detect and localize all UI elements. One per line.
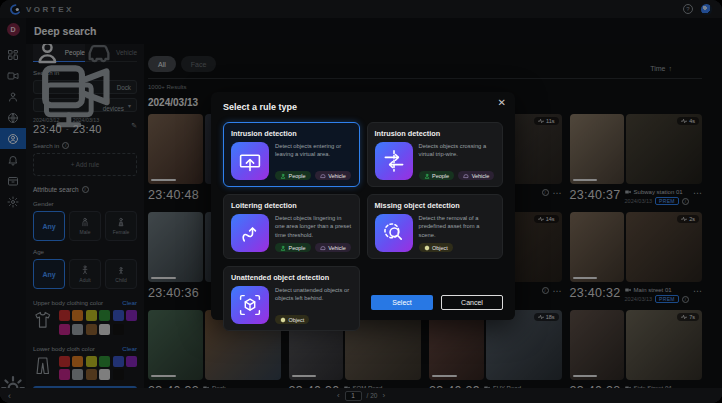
rule-card-body: Detect unattended objects or objects lef… [231, 286, 352, 324]
modal-title: Select a rule type [223, 102, 503, 112]
rule-card-tags: Object [275, 312, 352, 324]
tag-label: Vehicle [328, 245, 346, 251]
rule-card-description: Detect objects entering or leaving a vir… [275, 142, 352, 159]
rule-loiter-icon [231, 214, 269, 252]
tag-people: People [419, 171, 455, 180]
cube-icon [280, 317, 286, 323]
rule-card-description: Detect the removal of a predefined asset… [419, 214, 496, 239]
car-icon [320, 245, 326, 251]
rule-card-body: Detects objects crossing a virtual trip-… [375, 142, 496, 180]
rule-card[interactable]: Intrusion detectionDetects objects cross… [367, 122, 504, 187]
tag-label: People [289, 245, 306, 251]
tag-vehicle: Vehicle [315, 243, 351, 252]
rule-card-content: Detect objects lingering in one area lon… [275, 214, 352, 252]
rule-card-content: Detect the removal of a predefined asset… [419, 214, 496, 252]
tag-label: People [289, 173, 306, 179]
tag-object: Object [419, 243, 453, 252]
rule-area-icon [231, 142, 269, 180]
car-icon [320, 173, 326, 179]
rule-card-title: Intrusion detection [231, 129, 352, 138]
rule-missing-icon [375, 214, 413, 252]
rule-card-body: Detect the removal of a predefined asset… [375, 214, 496, 252]
select-button[interactable]: Select [371, 295, 433, 310]
rule-card-description: Detect objects lingering in one area lon… [275, 214, 352, 239]
tag-vehicle: Vehicle [315, 171, 351, 180]
person-icon [280, 173, 286, 179]
app-window: VORTEX ? D Deep search People Vehicle Se… [0, 0, 722, 403]
rule-card-body: Detect objects lingering in one area lon… [231, 214, 352, 252]
rule-card-title: Unattended object detection [231, 273, 352, 282]
rule-card[interactable]: Unattended object detectionDetect unatte… [223, 266, 360, 331]
rule-card-content: Detect unattended objects or objects lef… [275, 286, 352, 324]
rule-card-content: Detect objects entering or leaving a vir… [275, 142, 352, 180]
rule-card-tags: PeopleVehicle [275, 168, 352, 180]
rule-card-title: Missing object detection [375, 201, 496, 210]
tag-people: People [275, 171, 311, 180]
close-icon[interactable]: ✕ [498, 97, 506, 108]
rule-card-description: Detects objects crossing a virtual trip-… [419, 142, 496, 159]
tag-label: People [432, 173, 449, 179]
rule-unattended-icon [231, 286, 269, 324]
tag-label: Vehicle [328, 173, 346, 179]
tag-people: People [275, 243, 311, 252]
person-icon [280, 245, 286, 251]
rule-card-tags: PeopleVehicle [419, 168, 496, 180]
rule-card-title: Loitering detection [231, 201, 352, 210]
tag-object: Object [275, 315, 309, 324]
rule-tripwire-icon [375, 142, 413, 180]
rule-card-tags: PeopleVehicle [275, 240, 352, 252]
rule-card-body: Detect objects entering or leaving a vir… [231, 142, 352, 180]
tag-label: Vehicle [472, 173, 490, 179]
cube-icon [424, 245, 430, 251]
rule-card-tags: Object [419, 240, 496, 252]
rule-card[interactable]: Missing object detectionDetect the remov… [367, 194, 504, 259]
rule-card-description: Detect unattended objects or objects lef… [275, 286, 352, 303]
rule-card-title: Intrusion detection [375, 129, 496, 138]
tag-label: Object [289, 317, 305, 323]
person-icon [424, 173, 430, 179]
rule-type-modal: Select a rule type ✕ Intrusion detection… [211, 92, 515, 320]
cancel-button[interactable]: Cancel [441, 295, 503, 310]
rule-card[interactable]: Loitering detectionDetect objects linger… [223, 194, 360, 259]
tag-label: Object [432, 245, 448, 251]
rule-card-content: Detects objects crossing a virtual trip-… [419, 142, 496, 180]
rule-card[interactable]: Intrusion detectionDetect objects enteri… [223, 122, 360, 187]
car-icon [463, 173, 469, 179]
tag-vehicle: Vehicle [458, 171, 494, 180]
